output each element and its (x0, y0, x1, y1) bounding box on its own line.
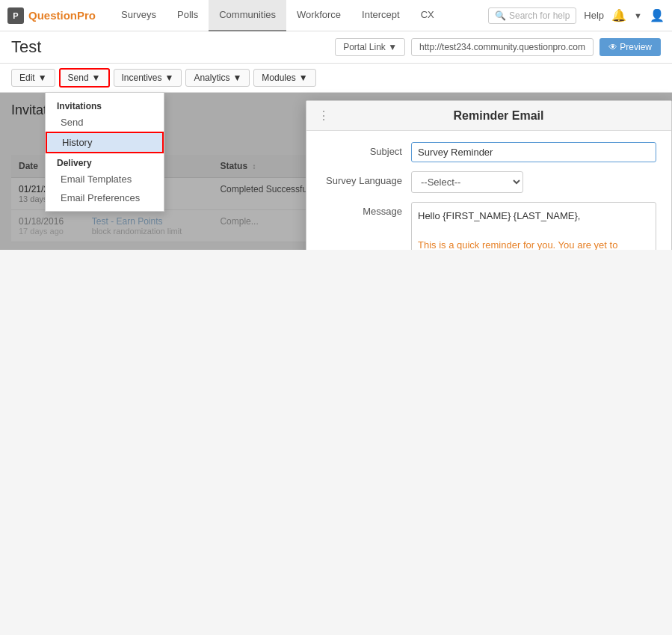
dropdown-send-item[interactable]: Send (46, 113, 164, 132)
nav-workforce[interactable]: Workforce (286, 0, 351, 31)
user-avatar-icon[interactable]: 👤 (650, 8, 665, 22)
message-content: Hello {FIRST_NAME} {LAST_NAME}, This is … (418, 209, 650, 250)
nav-polls[interactable]: Polls (167, 0, 209, 31)
modules-button[interactable]: Modules ▼ (253, 69, 315, 87)
nav-communities[interactable]: Communities (209, 0, 286, 31)
preview-button[interactable]: 👁 Preview (599, 38, 661, 56)
subject-input[interactable] (411, 142, 656, 162)
incentives-button[interactable]: Incentives ▼ (114, 69, 182, 87)
analytics-dropdown-icon: ▼ (232, 73, 241, 83)
dropdown-email-templates-item[interactable]: Email Templates (46, 170, 164, 188)
survey-language-row: Survey Language --Select-- (321, 171, 656, 193)
nav-intercept[interactable]: Intercept (351, 0, 410, 31)
analytics-button[interactable]: Analytics ▼ (185, 69, 250, 87)
delivery-section-label: Delivery (46, 153, 164, 170)
help-button[interactable]: Help (584, 10, 604, 21)
search-icon: 🔍 (495, 10, 506, 21)
modal-title: Reminder Email (337, 109, 660, 123)
message-row: Message Hello {FIRST_NAME} {LAST_NAME}, … (321, 202, 656, 250)
portal-link-dropdown-icon: ▼ (388, 42, 397, 52)
send-dropdown-icon: ▼ (92, 73, 101, 83)
reminder-email-modal: ⋮ Reminder Email Subject Survey Language… (306, 100, 672, 250)
notification-bell-icon[interactable]: 🔔 (611, 8, 626, 22)
incentives-dropdown-icon: ▼ (165, 73, 174, 83)
portal-url: http://test234.community.questionpro.com (411, 38, 594, 56)
eye-icon: 👁 (608, 42, 617, 52)
survey-language-label: Survey Language (321, 171, 411, 186)
message-textarea[interactable]: Hello {FIRST_NAME} {LAST_NAME}, This is … (411, 202, 656, 250)
nav-right: 🔍 Search for help Help 🔔 ▼ 👤 (488, 7, 665, 24)
brand-name: QuestionPro (28, 9, 96, 22)
page-title: Test (11, 37, 41, 57)
logo[interactable]: P QuestionPro (7, 7, 96, 24)
portal-link-button[interactable]: Portal Link ▼ (335, 38, 405, 56)
nav-items: Surveys Polls Communities Workforce Inte… (111, 0, 488, 31)
search-help[interactable]: 🔍 Search for help (488, 7, 576, 24)
toolbar: Edit ▼ Send ▼ Incentives ▼ Analytics ▼ M… (0, 64, 672, 93)
dropdown-history-item[interactable]: History (46, 132, 164, 153)
drag-handle-icon[interactable]: ⋮ (318, 108, 330, 123)
bell-dropdown-icon[interactable]: ▼ (634, 11, 642, 20)
modal-body: Subject Survey Language --Select-- Messa… (306, 131, 671, 250)
subject-label: Subject (321, 142, 411, 157)
edit-button[interactable]: Edit ▼ (11, 69, 55, 87)
logo-icon: P (7, 7, 24, 24)
dropdown-email-preferences-item[interactable]: Email Preferences (46, 188, 164, 207)
send-dropdown-menu: Invitations Send History Delivery Email … (45, 92, 164, 212)
portal-area: Portal Link ▼ http://test234.community.q… (335, 38, 661, 56)
survey-language-select[interactable]: --Select-- (411, 171, 523, 193)
edit-dropdown-icon: ▼ (38, 73, 47, 83)
sub-header: Test Portal Link ▼ http://test234.commun… (0, 31, 672, 64)
send-button[interactable]: Send ▼ (59, 68, 110, 88)
nav-cx[interactable]: CX (410, 0, 445, 31)
modules-dropdown-icon: ▼ (299, 73, 308, 83)
modal-header: ⋮ Reminder Email (306, 101, 671, 131)
subject-row: Subject (321, 142, 656, 162)
top-nav: P QuestionPro Surveys Polls Communities … (0, 0, 672, 31)
message-label: Message (321, 202, 411, 217)
nav-surveys[interactable]: Surveys (111, 0, 167, 31)
invitations-section-label: Invitations (46, 96, 164, 113)
